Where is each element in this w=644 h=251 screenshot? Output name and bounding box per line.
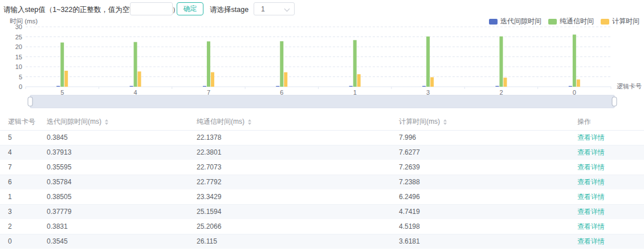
column-header-1[interactable]: 迭代间隙时间(ms) (39, 114, 189, 130)
cell-col1: 0.3845 (39, 130, 189, 145)
cell-col0: 3 (0, 204, 39, 219)
bar-series1-cat6[interactable] (280, 41, 283, 87)
x-tick-label: 0 (573, 89, 576, 96)
view-details-link[interactable]: 查看详情 (577, 178, 605, 186)
cell-col3: 3.6181 (391, 234, 569, 249)
column-header-0: 逻辑卡号 (0, 114, 39, 130)
legend-marker-icon (601, 19, 609, 25)
table-row: 70.3559522.70737.2639查看详情 (0, 160, 644, 175)
y-tick-label: 10 (15, 63, 22, 70)
bar-series2-cat1[interactable] (357, 74, 361, 87)
bar-series1-cat7[interactable] (207, 42, 210, 87)
sort-carets-icon[interactable] (105, 119, 108, 125)
cell-col0: 7 (0, 160, 39, 175)
bar-series2-cat0[interactable] (577, 79, 580, 87)
bar-series1-cat1[interactable] (353, 40, 357, 87)
legend-item-0[interactable]: 迭代间隙时间 (489, 17, 541, 26)
chevron-down-icon (284, 6, 290, 12)
cell-col0: 4 (0, 145, 39, 160)
datazoom-handle-left[interactable] (28, 97, 32, 106)
bar-series0-cat3[interactable] (422, 86, 426, 87)
datazoom-slider-track[interactable] (30, 95, 614, 108)
datazoom-handle-right[interactable] (612, 97, 617, 106)
sort-carets-icon[interactable] (443, 119, 447, 125)
cell-col2: 22.1378 (189, 130, 391, 145)
column-header-label: 计算时间(ms) (399, 117, 440, 127)
view-details-link[interactable]: 查看详情 (577, 148, 605, 156)
cell-col2: 22.7792 (189, 175, 391, 189)
cell-col3: 4.5198 (391, 219, 569, 234)
cell-col0: 1 (0, 189, 39, 204)
view-details-link[interactable]: 查看详情 (577, 237, 605, 245)
column-header-4: 操作 (569, 114, 644, 130)
cell-col3: 4.7419 (391, 204, 569, 219)
cell-col3: 7.2388 (391, 175, 569, 189)
y-axis-name: 时间 (ms) (10, 17, 38, 26)
stage-select-label: 请选择stage (210, 5, 248, 15)
bar-series2-cat3[interactable] (430, 77, 434, 87)
cell-col2: 23.3429 (189, 189, 391, 204)
stage-select[interactable]: 1 (254, 2, 295, 15)
view-details-link[interactable]: 查看详情 (577, 163, 605, 171)
cell-col1: 0.37779 (39, 204, 189, 219)
view-details-link[interactable]: 查看详情 (577, 208, 605, 216)
cell-col3: 7.2639 (391, 160, 569, 175)
cell-col1: 0.35784 (39, 175, 189, 189)
bar-series2-cat6[interactable] (284, 72, 287, 87)
column-header-2[interactable]: 纯通信时间(ms) (189, 114, 391, 130)
bar-series1-cat4[interactable] (134, 42, 137, 87)
cell-col3: 6.2496 (391, 189, 569, 204)
cell-col0: 2 (0, 219, 39, 234)
y-tick-label: 15 (15, 54, 22, 60)
x-tick-label: 4 (134, 89, 137, 96)
column-header-3[interactable]: 计算时间(ms) (391, 114, 569, 130)
table-row: 10.3850523.34296.2496查看详情 (0, 189, 644, 204)
legend-item-2[interactable]: 计算时间 (601, 17, 639, 26)
view-details-link[interactable]: 查看详情 (577, 193, 605, 201)
bar-series0-cat2[interactable] (495, 86, 499, 87)
bar-series1-cat0[interactable] (573, 35, 576, 87)
legend-item-1[interactable]: 纯通信时间 (548, 17, 594, 26)
table-row: 20.383125.20664.5198查看详情 (0, 219, 644, 234)
step-input[interactable] (130, 2, 173, 15)
cell-col3: 7.6277 (391, 145, 569, 160)
table-row: 40.3791322.38017.6277查看详情 (0, 145, 644, 160)
column-header-label: 逻辑卡号 (8, 117, 35, 127)
legend-label: 迭代间隙时间 (500, 17, 541, 26)
bar-series0-cat7[interactable] (203, 86, 206, 87)
x-axis-name: 逻辑卡号 (617, 83, 642, 90)
bar-series2-cat5[interactable] (64, 71, 68, 87)
x-tick-label: 1 (353, 89, 357, 96)
view-details-link[interactable]: 查看详情 (577, 133, 605, 141)
y-tick-label: 0 (19, 83, 22, 90)
bar-series2-cat7[interactable] (211, 72, 214, 87)
stage-select-value: 1 (261, 5, 265, 13)
x-tick-label: 6 (280, 89, 283, 96)
bar-series0-cat6[interactable] (276, 86, 279, 87)
x-tick-label: 2 (499, 89, 503, 96)
bar-series2-cat4[interactable] (138, 71, 141, 87)
cell-col0: 6 (0, 175, 39, 189)
bar-chart: 时间 (ms) 迭代间隙时间纯通信时间计算时间 0510152025305476… (0, 16, 644, 111)
x-tick-label: 5 (60, 89, 64, 96)
table-row: 00.354526.1153.6181查看详情 (0, 234, 644, 249)
x-tick-label: 7 (207, 89, 210, 96)
bar-series0-cat4[interactable] (130, 86, 133, 87)
bar-series1-cat3[interactable] (426, 37, 430, 87)
cell-col1: 0.3545 (39, 234, 189, 249)
confirm-button[interactable]: 确定 (177, 2, 203, 15)
view-details-link[interactable]: 查看详情 (577, 222, 605, 230)
bar-series2-cat2[interactable] (503, 78, 507, 87)
bar-series0-cat5[interactable] (56, 86, 60, 87)
bar-series1-cat5[interactable] (60, 43, 64, 87)
bar-series0-cat1[interactable] (349, 86, 353, 87)
table-row: 50.384522.13787.996查看详情 (0, 130, 644, 145)
legend-label: 纯通信时间 (560, 17, 594, 26)
sort-carets-icon[interactable] (248, 119, 251, 125)
column-header-label: 迭代间隙时间(ms) (47, 117, 101, 127)
bar-series1-cat2[interactable] (499, 37, 503, 87)
chart-legend: 迭代间隙时间纯通信时间计算时间 (489, 17, 639, 26)
bar-series0-cat0[interactable] (569, 86, 572, 87)
cell-col2: 25.1594 (189, 204, 391, 219)
legend-marker-icon (489, 19, 498, 25)
